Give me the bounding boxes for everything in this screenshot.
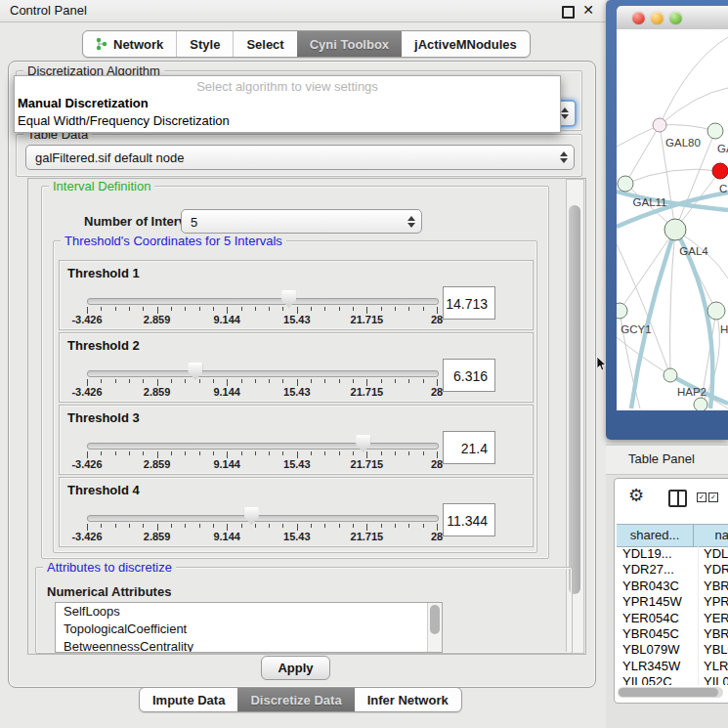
network-node-ga[interactable] — [707, 123, 723, 139]
combobox-stepper-icon[interactable] — [560, 151, 567, 163]
node-label: GCY1 — [621, 323, 651, 335]
apply-button[interactable]: Apply — [261, 656, 330, 680]
cell-name[interactable]: YBR0 — [699, 626, 728, 642]
tab-infer-network[interactable]: Infer Network — [355, 688, 461, 711]
tab-label: Discretize Data — [250, 693, 341, 707]
slider-handle[interactable] — [356, 435, 370, 452]
table-row[interactable]: YBR043CYBR0 — [617, 578, 728, 594]
tab-network[interactable]: Network — [83, 31, 176, 57]
threshold-value-field[interactable]: 21.4 — [443, 431, 495, 464]
table-row[interactable]: YPR145WYPR1 — [617, 594, 728, 610]
combobox-stepper-icon[interactable] — [407, 216, 414, 228]
number-of-intervals-combobox[interactable]: 5 — [181, 209, 422, 234]
network-edge[interactable] — [625, 169, 720, 184]
scrollbar-thumb[interactable] — [430, 605, 440, 634]
tab-discretize-data[interactable]: Discretize Data — [237, 688, 354, 711]
attribute-list-item[interactable]: SelfLoops — [56, 603, 442, 621]
attribute-list-item[interactable]: TopologicalCoefficient — [56, 621, 442, 638]
cell-shared-name[interactable]: YER054C — [617, 611, 699, 626]
cell-name[interactable]: YDL1 — [699, 546, 728, 562]
network-edge[interactable] — [670, 230, 675, 375]
zoom-traffic-light-icon[interactable] — [669, 12, 682, 24]
network-edge[interactable] — [625, 125, 660, 184]
network-edge[interactable] — [660, 37, 728, 125]
split-view-icon[interactable] — [668, 490, 687, 507]
column-header-name[interactable]: na — [694, 525, 728, 546]
network-node-gcy1[interactable] — [617, 303, 627, 319]
close-traffic-light-icon[interactable] — [632, 12, 645, 24]
network-node-gal11[interactable] — [618, 176, 633, 192]
slider-handle[interactable] — [188, 363, 202, 380]
table-row[interactable]: YBR045CYBR0 — [617, 626, 728, 642]
tab-jactivemnodules[interactable]: jActiveMNodules — [402, 31, 530, 57]
slider-tick — [171, 307, 172, 311]
tab-select[interactable]: Select — [233, 31, 296, 57]
tab-style[interactable]: Style — [176, 31, 233, 57]
table-row[interactable]: YDR27...YDR2 — [617, 562, 728, 578]
network-edge[interactable] — [660, 125, 715, 131]
cell-name[interactable]: YLR3 — [699, 659, 728, 674]
close-icon[interactable]: ✕ — [582, 2, 594, 18]
minimize-traffic-light-icon[interactable] — [651, 12, 664, 24]
cell-shared-name[interactable]: YBL079W — [617, 642, 699, 658]
slider-tick — [381, 451, 382, 455]
float-window-icon[interactable] — [562, 6, 575, 19]
slider-handle[interactable] — [281, 290, 296, 308]
cell-shared-name[interactable]: YBR045C — [617, 626, 699, 642]
network-node-c[interactable] — [712, 163, 728, 179]
threshold-value-field[interactable]: 6.316 — [443, 359, 495, 392]
network-node[interactable] — [694, 398, 707, 410]
table-row[interactable]: YIL052CYIL0 — [617, 674, 728, 685]
cell-shared-name[interactable]: YDR27... — [617, 562, 699, 578]
cell-shared-name[interactable]: YIL052C — [617, 674, 699, 685]
cell-shared-name[interactable]: YLR345W — [617, 659, 699, 674]
network-node-gal4[interactable] — [664, 219, 686, 240]
checkbox-icon[interactable]: ✓ — [708, 492, 718, 502]
table-data-combobox[interactable]: galFiltered.sif default node — [25, 145, 575, 170]
slider-track[interactable] — [87, 370, 439, 377]
cell-name[interactable]: YIL0 — [699, 674, 728, 685]
cell-name[interactable]: YDR2 — [699, 562, 728, 578]
slider-tick — [366, 379, 367, 386]
popup-option-manual[interactable]: Manual Discretization — [18, 96, 149, 110]
network-node-gal80[interactable] — [653, 118, 666, 132]
checkbox-icon[interactable]: ✓ — [697, 492, 707, 502]
tab-impute-data[interactable]: Impute Data — [140, 688, 237, 711]
network-node-hap2[interactable] — [664, 368, 677, 382]
cell-shared-name[interactable]: YBR043C — [617, 578, 699, 594]
slider-tick-label: 9.144 — [213, 314, 240, 325]
table-row[interactable]: YER054CYER0 — [617, 611, 728, 626]
slider-handle[interactable] — [244, 507, 259, 525]
network-window-titlebar[interactable] — [617, 6, 728, 30]
cell-name[interactable]: YER0 — [699, 611, 728, 626]
network-graph[interactable]: GAL80GACGAL11GAL4GCY1HHAP2 — [617, 29, 728, 410]
table-row[interactable]: YBL079WYBL0 — [617, 642, 728, 658]
popup-option-equal-width[interactable]: Equal Width/Frequency Discretization — [18, 113, 230, 128]
attribute-list-item[interactable]: BetweennessCentrality — [56, 638, 442, 653]
slider-tick — [408, 307, 409, 311]
table-row[interactable]: YDL19...YDL1 — [617, 546, 728, 562]
network-node-h[interactable] — [707, 302, 725, 320]
cell-name[interactable]: YPR1 — [699, 594, 728, 610]
list-scrollbar[interactable] — [427, 603, 442, 652]
numerical-attributes-list[interactable]: SelfLoopsTopologicalCoefficientBetweenne… — [55, 602, 443, 653]
cell-name[interactable]: YBR0 — [699, 578, 728, 594]
slider-track[interactable] — [87, 515, 439, 522]
combobox-stepper-icon[interactable] — [561, 107, 568, 119]
threshold-value-field[interactable]: 11.344 — [443, 503, 495, 536]
horizontal-scrollbar[interactable] — [618, 687, 723, 698]
threshold-value-field[interactable]: 14.713 — [443, 286, 495, 320]
column-header-shared-name[interactable]: shared... — [617, 525, 694, 546]
gear-icon[interactable]: ⚙ — [628, 485, 644, 506]
scrollbar-thumb[interactable] — [619, 688, 718, 697]
network-edge[interactable] — [660, 88, 728, 125]
slider-track[interactable] — [87, 298, 439, 305]
cell-shared-name[interactable]: YDL19... — [617, 546, 699, 562]
scrollbar-thumb[interactable] — [569, 205, 580, 594]
network-edge[interactable] — [620, 230, 675, 311]
cell-name[interactable]: YBL0 — [699, 642, 728, 658]
cell-shared-name[interactable]: YPR145W — [617, 594, 699, 610]
table-row[interactable]: YLR345WYLR3 — [617, 659, 728, 674]
slider-track[interactable] — [87, 443, 439, 450]
tab-cyni-toolbox[interactable]: Cyni Toolbox — [297, 31, 402, 57]
